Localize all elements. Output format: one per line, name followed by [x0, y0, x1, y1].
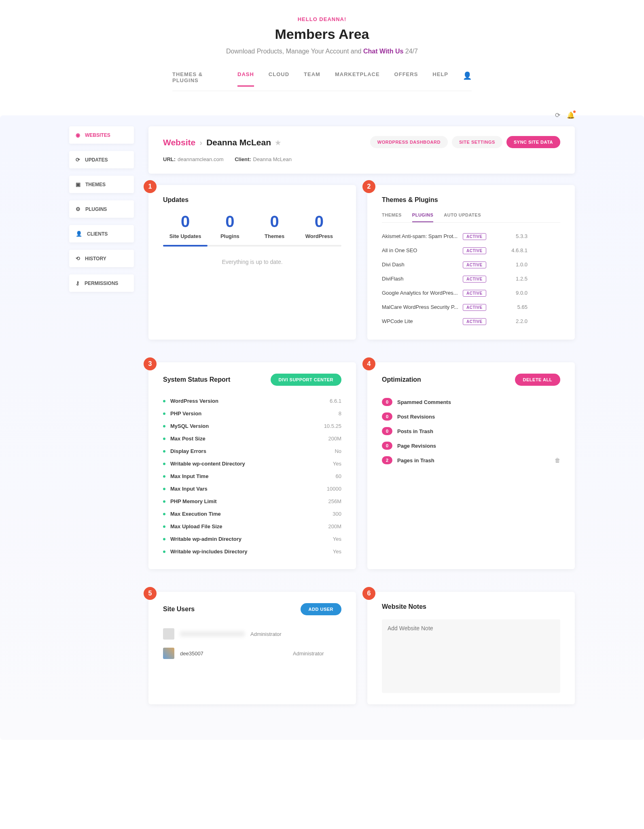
- status-row: MySQL Version10.5.25: [163, 420, 341, 432]
- chat-link[interactable]: Chat With Us: [363, 48, 403, 55]
- trash-icon[interactable]: 🗑: [555, 457, 560, 463]
- status-row: Max Execution Time300: [163, 508, 341, 520]
- tab-auto-updates[interactable]: AUTO UPDATES: [444, 213, 481, 222]
- divi-support-button[interactable]: DIVI SUPPORT CENTER: [271, 374, 341, 386]
- status-row: Writable wp-content DirectoryYes: [163, 457, 341, 470]
- subtitle: Download Products, Manage Your Account a…: [0, 48, 644, 55]
- annotation-badge-1: 1: [144, 180, 157, 193]
- tab-themes[interactable]: THEMES: [382, 213, 402, 222]
- sidebar-icon: ⟲: [76, 255, 80, 261]
- sidebar-item-websites[interactable]: ◉WEBSITES: [69, 126, 134, 144]
- nav-help[interactable]: HELP: [432, 71, 448, 87]
- sidebar-item-updates[interactable]: ⟳UPDATES: [69, 151, 134, 168]
- nav-offers[interactable]: OFFERS: [394, 71, 418, 87]
- themes-plugins-title: Themes & Plugins: [382, 196, 560, 204]
- tab-plugins[interactable]: PLUGINS: [412, 213, 433, 222]
- bullet-icon: [163, 450, 165, 453]
- sidebar-icon: ⚙: [76, 206, 80, 212]
- star-icon[interactable]: ★: [275, 139, 281, 147]
- nav-dash[interactable]: DASH: [237, 71, 254, 87]
- nav-team[interactable]: TEAM: [304, 71, 320, 87]
- sidebar-item-permissions[interactable]: ⚷PERMISSIONS: [69, 274, 134, 292]
- plugin-row[interactable]: MalCare WordPress Security P...ACTIVE5.6…: [382, 300, 560, 314]
- update-col: 0Site Updates: [163, 213, 208, 239]
- sidebar-icon: ⟳: [76, 157, 80, 163]
- updates-title: Updates: [163, 196, 341, 204]
- updates-progress: [163, 245, 341, 247]
- annotation-badge-3: 3: [144, 357, 157, 370]
- status-row: PHP Version8: [163, 407, 341, 420]
- themes-plugins-card: 2 Themes & Plugins THEMESPLUGINSAUTO UPD…: [367, 185, 575, 340]
- bell-icon[interactable]: 🔔: [567, 111, 575, 119]
- status-row: Max Post Size200M: [163, 432, 341, 445]
- website-notes-card: 6 Website Notes: [367, 592, 575, 704]
- nav-cloud[interactable]: CLOUD: [269, 71, 289, 87]
- breadcrumb-root[interactable]: Website: [163, 138, 195, 147]
- note-input[interactable]: [388, 625, 555, 686]
- status-row: Display ErrorsNo: [163, 445, 341, 457]
- sidebar-icon: ◉: [76, 132, 80, 138]
- plugin-row[interactable]: DiviFlashACTIVE1.2.5: [382, 272, 560, 286]
- site-settings-button[interactable]: SITE SETTINGS: [452, 136, 502, 148]
- updates-card: 1 Updates 0Site Updates0Plugins0Themes0W…: [148, 185, 356, 340]
- avatar-icon[interactable]: 👤: [463, 71, 472, 87]
- site-users-card: 5 Site Users ADD USER Administratordee35…: [148, 592, 356, 704]
- top-nav: THEMES & PLUGINSDASHCLOUDTEAMMARKETPLACE…: [172, 71, 472, 91]
- count-badge: 0: [382, 427, 392, 435]
- system-status-title: System Status Report: [163, 376, 230, 383]
- sidebar-icon: ▣: [76, 181, 80, 187]
- avatar: [163, 648, 174, 659]
- plugin-row[interactable]: Google Analytics for WordPres...ACTIVE9.…: [382, 286, 560, 300]
- plugin-row[interactable]: WPCode LiteACTIVE2.2.0: [382, 314, 560, 328]
- sidebar-icon: ⚷: [76, 280, 80, 286]
- user-row[interactable]: dee35007Administrator: [163, 644, 341, 663]
- update-col: 0Themes: [252, 213, 297, 239]
- delete-all-button[interactable]: DELETE ALL: [515, 374, 560, 386]
- annotation-badge-5: 5: [144, 587, 157, 600]
- bullet-icon: [163, 538, 165, 540]
- system-status-card: 3 System Status Report DIVI SUPPORT CENT…: [148, 362, 356, 569]
- chevron-right-icon: ›: [199, 138, 202, 147]
- site-header-card: Website › Deanna McLean ★ WORDPRESS DASH…: [148, 126, 575, 174]
- optimization-row: 0Posts in Trash: [382, 424, 560, 438]
- count-badge: 0: [382, 398, 392, 406]
- bullet-icon: [163, 525, 165, 528]
- breadcrumb-site: Deanna McLean: [206, 138, 271, 147]
- refresh-icon[interactable]: ⟳: [555, 111, 560, 119]
- sidebar-item-plugins[interactable]: ⚙PLUGINS: [69, 200, 134, 218]
- bullet-icon: [163, 400, 165, 402]
- user-row[interactable]: Administrator: [163, 624, 341, 644]
- nav-themes-plugins[interactable]: THEMES & PLUGINS: [172, 71, 223, 87]
- add-user-button[interactable]: ADD USER: [301, 603, 341, 615]
- count-badge: 2: [382, 456, 392, 464]
- annotation-badge-4: 4: [362, 357, 375, 370]
- site-url: deannamclean.com: [178, 156, 223, 162]
- wordpress-dashboard-button[interactable]: WORDPRESS DASHBOARD: [370, 136, 448, 148]
- site-users-title: Site Users: [163, 606, 195, 613]
- status-row: Max Input Time60: [163, 470, 341, 483]
- plugin-row[interactable]: Akismet Anti-spam: Spam Prot...ACTIVE5.3…: [382, 229, 560, 243]
- annotation-badge-2: 2: [362, 180, 375, 193]
- bullet-icon: [163, 475, 165, 478]
- greeting: HELLO DEANNA!: [0, 16, 644, 22]
- bullet-icon: [163, 513, 165, 515]
- nav-marketplace[interactable]: MARKETPLACE: [335, 71, 380, 87]
- updates-message: Everything is up to date.: [163, 259, 341, 265]
- optimization-row: 2Pages in Trash🗑: [382, 453, 560, 468]
- plugin-row[interactable]: Divi DashACTIVE1.0.0: [382, 257, 560, 272]
- bullet-icon: [163, 500, 165, 503]
- status-row: WordPress Version6.6.1: [163, 395, 341, 407]
- sidebar-item-history[interactable]: ⟲HISTORY: [69, 250, 134, 267]
- website-notes-title: Website Notes: [382, 603, 560, 610]
- sidebar-item-clients[interactable]: 👤CLIENTS: [69, 225, 134, 242]
- plugin-row[interactable]: All in One SEOACTIVE4.6.8.1: [382, 243, 560, 257]
- sync-site-data-button[interactable]: SYNC SITE DATA: [506, 136, 560, 148]
- bullet-icon: [163, 463, 165, 465]
- optimization-row: 0Page Revisions: [382, 438, 560, 453]
- plugin-tabs: THEMESPLUGINSAUTO UPDATES: [382, 213, 560, 223]
- bullet-icon: [163, 488, 165, 490]
- bullet-icon: [163, 412, 165, 415]
- sidebar-item-themes[interactable]: ▣THEMES: [69, 176, 134, 193]
- count-badge: 0: [382, 442, 392, 450]
- status-row: PHP Memory Limit256M: [163, 495, 341, 508]
